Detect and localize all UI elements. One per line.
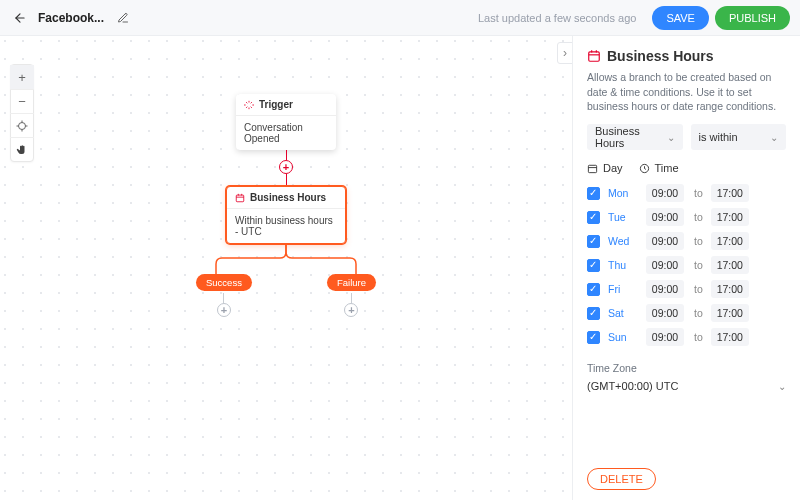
day-label: Sun (608, 331, 638, 343)
chevron-right-icon: › (563, 46, 567, 60)
from-time-field[interactable]: 09:00 (646, 184, 684, 202)
day-checkbox[interactable] (587, 235, 600, 248)
to-label: to (694, 283, 703, 295)
pan-tool-button[interactable] (10, 137, 34, 161)
panel-description: Allows a branch to be created based on d… (587, 70, 786, 114)
to-time-field[interactable]: 17:00 (711, 184, 749, 202)
to-time-field[interactable]: 17:00 (711, 256, 749, 274)
timezone-value: (GMT+00:00) UTC (587, 380, 678, 392)
from-time-field[interactable]: 09:00 (646, 304, 684, 322)
operator-select-value: is within (699, 131, 738, 143)
day-label: Thu (608, 259, 638, 271)
svg-rect-10 (589, 52, 600, 61)
hand-icon (16, 144, 28, 156)
chevron-down-icon: ⌄ (778, 381, 786, 392)
from-time-field[interactable]: 09:00 (646, 232, 684, 250)
to-label: to (694, 235, 703, 247)
zoom-in-button[interactable]: + (10, 65, 34, 89)
day-checkbox[interactable] (587, 259, 600, 272)
day-label: Wed (608, 235, 638, 247)
day-checkbox[interactable] (587, 187, 600, 200)
crosshair-icon (16, 120, 28, 132)
day-list: Mon09:00to17:00Tue09:00to17:00Wed09:00to… (587, 182, 786, 348)
arrow-left-icon (13, 11, 27, 25)
back-button[interactable] (10, 8, 30, 28)
timezone-label: Time Zone (587, 362, 786, 374)
workflow-canvas[interactable]: + − › Trigger Conversation Opened (0, 36, 572, 500)
add-step-button[interactable]: + (279, 160, 293, 174)
tab-time-label: Time (655, 162, 679, 174)
svg-point-1 (19, 122, 26, 129)
operator-select[interactable]: is within ⌄ (691, 124, 787, 150)
node-trigger-subtitle: Conversation Opened (236, 115, 336, 150)
add-step-failure-button[interactable]: + (344, 303, 358, 317)
node-business-hours[interactable]: Business Hours Within business hours - U… (226, 186, 346, 244)
to-time-field[interactable]: 17:00 (711, 232, 749, 250)
from-time-field[interactable]: 09:00 (646, 256, 684, 274)
to-label: to (694, 187, 703, 199)
from-time-field[interactable]: 09:00 (646, 208, 684, 226)
branch-failure-pill[interactable]: Failure (327, 274, 376, 291)
canvas-toolbox: + − (10, 64, 34, 162)
to-label: to (694, 211, 703, 223)
day-checkbox[interactable] (587, 307, 600, 320)
to-label: to (694, 307, 703, 319)
svg-rect-14 (588, 165, 596, 172)
branch-wire (186, 244, 386, 274)
svg-rect-6 (236, 195, 244, 202)
node-business-hours-subtitle: Within business hours - UTC (227, 208, 345, 243)
workflow-title: Facebook... (38, 11, 104, 25)
field-select-value: Business Hours (595, 125, 667, 149)
node-business-hours-title: Business Hours (250, 192, 326, 203)
day-row: Fri09:00to17:00 (587, 278, 786, 300)
branch-success-pill[interactable]: Success (196, 274, 252, 291)
rename-button[interactable] (114, 9, 132, 27)
add-step-success-button[interactable]: + (217, 303, 231, 317)
to-time-field[interactable]: 17:00 (711, 208, 749, 226)
day-label: Tue (608, 211, 638, 223)
pencil-icon (117, 12, 129, 24)
publish-button[interactable]: PUBLISH (715, 6, 790, 30)
day-row: Mon09:00to17:00 (587, 182, 786, 204)
tab-time[interactable]: Time (639, 162, 679, 174)
topbar: Facebook... Last updated a few seconds a… (0, 0, 800, 36)
to-label: to (694, 331, 703, 343)
day-row: Sat09:00to17:00 (587, 302, 786, 324)
delete-button[interactable]: DELETE (587, 468, 656, 490)
trigger-icon (244, 100, 254, 110)
tab-day[interactable]: Day (587, 162, 623, 174)
chevron-down-icon: ⌄ (770, 132, 778, 143)
day-label: Fri (608, 283, 638, 295)
to-time-field[interactable]: 17:00 (711, 304, 749, 322)
day-row: Wed09:00to17:00 (587, 230, 786, 252)
flow-container: Trigger Conversation Opened + Business H… (186, 94, 386, 317)
chevron-down-icon: ⌄ (667, 132, 675, 143)
day-checkbox[interactable] (587, 211, 600, 224)
timezone-select[interactable]: (GMT+00:00) UTC ⌄ (587, 378, 786, 394)
day-row: Sun09:00to17:00 (587, 326, 786, 348)
day-row: Tue09:00to17:00 (587, 206, 786, 228)
day-checkbox[interactable] (587, 331, 600, 344)
calendar-icon (587, 49, 601, 63)
day-row: Thu09:00to17:00 (587, 254, 786, 276)
to-label: to (694, 259, 703, 271)
zoom-out-button[interactable]: − (10, 89, 34, 113)
calendar-icon (235, 193, 245, 203)
calendar-icon (587, 163, 598, 174)
from-time-field[interactable]: 09:00 (646, 328, 684, 346)
last-updated-text: Last updated a few seconds ago (478, 12, 636, 24)
save-button[interactable]: SAVE (652, 6, 709, 30)
node-trigger-title: Trigger (259, 99, 293, 110)
clock-icon (639, 163, 650, 174)
day-label: Sat (608, 307, 638, 319)
tab-day-label: Day (603, 162, 623, 174)
day-label: Mon (608, 187, 638, 199)
from-time-field[interactable]: 09:00 (646, 280, 684, 298)
node-trigger[interactable]: Trigger Conversation Opened (236, 94, 336, 150)
to-time-field[interactable]: 17:00 (711, 328, 749, 346)
field-select[interactable]: Business Hours ⌄ (587, 124, 683, 150)
day-checkbox[interactable] (587, 283, 600, 296)
collapse-panel-button[interactable]: › (557, 42, 573, 64)
recenter-button[interactable] (10, 113, 34, 137)
to-time-field[interactable]: 17:00 (711, 280, 749, 298)
